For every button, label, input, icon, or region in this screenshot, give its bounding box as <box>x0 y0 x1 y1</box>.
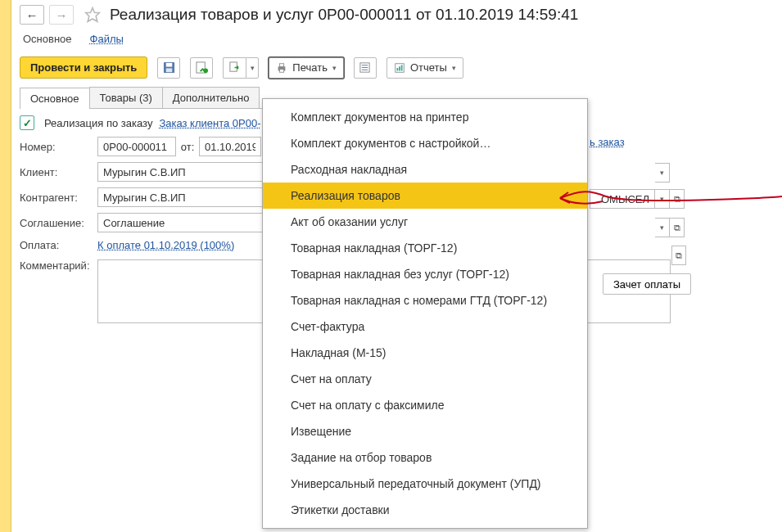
tab-bar: Основное Товары (3) Дополнительно <box>20 87 265 109</box>
right-field2-open[interactable]: ⧉ <box>670 218 685 237</box>
svg-rect-8 <box>280 63 284 66</box>
create-based-on-group: ▾ <box>223 57 259 79</box>
nav-forward-button[interactable]: → <box>49 5 74 25</box>
create-based-on-dropdown[interactable]: ▾ <box>246 57 259 79</box>
section-links: Основное Файлы <box>23 33 774 45</box>
reports-button[interactable]: Отчеты ▾ <box>386 57 463 79</box>
right-field3-open[interactable]: ⧉ <box>671 246 686 265</box>
menu-item-5[interactable]: Товарная накладная (ТОРГ-12) <box>263 235 587 261</box>
header-row: ← → Реализация товаров и услуг 0Р00-0000… <box>20 5 774 25</box>
order-checkbox[interactable]: ✓ <box>20 115 34 130</box>
agreement-input[interactable] <box>97 213 268 232</box>
tab-goods[interactable]: Товары (3) <box>89 87 163 108</box>
svg-rect-6 <box>230 62 237 71</box>
printer-icon <box>276 62 287 74</box>
menu-item-7[interactable]: Товарная накладная с номерами ГТД (ТОРГ-… <box>263 287 587 313</box>
section-link-main[interactable]: Основное <box>23 33 72 45</box>
nav-back-button[interactable]: ← <box>20 5 44 25</box>
menu-item-14[interactable]: Универсальный передаточный документ (УПД… <box>263 471 587 497</box>
show-list-button[interactable] <box>354 57 377 79</box>
menu-item-6[interactable]: Товарная накладная без услуг (ТОРГ-12) <box>263 261 587 287</box>
post-button[interactable] <box>190 57 213 79</box>
label-counterparty: Контрагент: <box>20 192 97 204</box>
menu-item-4[interactable]: Акт об оказании услуг <box>263 209 587 235</box>
caret-down-icon: ▾ <box>660 223 664 232</box>
post-and-close-button[interactable]: Провести и закрыть <box>20 56 147 79</box>
reports-label: Отчеты <box>410 61 447 74</box>
caret-down-icon: ▾ <box>452 64 456 72</box>
page-title: Реализация товаров и услуг 0Р00-000011 о… <box>110 6 578 24</box>
list-icon <box>359 61 371 74</box>
right-field2-dropdown[interactable]: ▾ <box>655 218 670 237</box>
print-dropdown-menu: Комплект документов на принтер Комплект … <box>262 98 588 529</box>
menu-item-3[interactable]: Реализация товаров <box>263 183 587 209</box>
client-input[interactable] <box>97 162 268 182</box>
svg-rect-3 <box>166 68 173 72</box>
post-icon <box>196 61 208 74</box>
menu-item-8[interactable]: Счет-фактура <box>263 313 587 340</box>
open-icon: ⧉ <box>674 194 680 205</box>
save-button[interactable] <box>157 57 180 79</box>
toolbar: Провести и закрыть ▾ Печать ▾ <box>20 56 774 79</box>
doc-arrow-icon <box>228 61 241 74</box>
caret-down-icon: ▾ <box>660 169 664 177</box>
menu-item-9[interactable]: Накладная (М-15) <box>263 340 587 366</box>
label-comment: Комментарий: <box>20 259 97 272</box>
label-payment: Оплата: <box>20 239 97 251</box>
counterparty-input[interactable] <box>97 187 268 207</box>
favorite-star-icon[interactable] <box>84 6 102 24</box>
caret-down-icon: ▾ <box>332 64 337 72</box>
offset-payment-button[interactable]: Зачет оплаты <box>603 273 691 295</box>
right-field1-dropdown[interactable]: ▾ <box>655 163 670 183</box>
check-icon: ✓ <box>23 117 32 129</box>
svg-rect-2 <box>166 63 173 67</box>
label-number: Номер: <box>20 141 97 153</box>
caret-down-icon: ▾ <box>251 64 255 72</box>
create-based-on-button[interactable] <box>223 57 246 79</box>
arrow-left-icon: ← <box>26 9 38 21</box>
date-input[interactable] <box>199 137 261 156</box>
trailing-order-link[interactable]: ь заказ <box>590 136 625 148</box>
right-field-input[interactable] <box>590 189 655 209</box>
section-link-files[interactable]: Файлы <box>90 33 124 45</box>
menu-item-0[interactable]: Комплект документов на принтер <box>263 104 587 130</box>
number-input[interactable] <box>97 137 176 156</box>
right-field-open[interactable]: ⧉ <box>670 189 685 209</box>
payment-link[interactable]: К оплате 01.10.2019 (100%) <box>97 239 234 251</box>
yellow-left-strip <box>0 0 11 532</box>
order-checkbox-label: Реализация по заказу <box>44 117 152 129</box>
right-field-dropdown[interactable]: ▾ <box>655 189 670 209</box>
svg-rect-17 <box>401 65 403 70</box>
tab-extra[interactable]: Дополнительно <box>162 87 260 108</box>
floppy-icon <box>163 61 175 74</box>
svg-point-5 <box>203 68 208 73</box>
print-label: Печать <box>292 61 328 74</box>
svg-rect-9 <box>280 69 284 72</box>
caret-down-icon: ▾ <box>660 195 664 203</box>
menu-item-10[interactable]: Счет на оплату <box>263 366 587 392</box>
menu-item-1[interactable]: Комплект документов с настройкой… <box>263 130 587 156</box>
menu-item-13[interactable]: Задание на отбор товаров <box>263 444 587 471</box>
svg-marker-0 <box>86 8 100 22</box>
menu-item-12[interactable]: Извещение <box>263 418 587 444</box>
menu-item-11[interactable]: Счет на оплату с факсимиле <box>263 392 587 418</box>
print-button[interactable]: Печать ▾ <box>269 57 344 79</box>
svg-rect-15 <box>396 68 398 71</box>
open-icon: ⧉ <box>674 223 680 233</box>
svg-rect-16 <box>399 66 400 70</box>
report-icon <box>394 62 405 74</box>
tab-main[interactable]: Основное <box>20 88 90 109</box>
arrow-right-icon: → <box>56 9 68 21</box>
menu-item-15[interactable]: Этикетки доставки <box>263 497 587 523</box>
label-client: Клиент: <box>20 166 97 178</box>
order-link[interactable]: Заказ клиента 0Р00- <box>159 117 260 129</box>
open-icon: ⧉ <box>676 250 682 261</box>
label-from: от: <box>176 141 199 153</box>
menu-item-2[interactable]: Расходная накладная <box>263 156 587 183</box>
label-agreement: Соглашение: <box>20 217 97 229</box>
